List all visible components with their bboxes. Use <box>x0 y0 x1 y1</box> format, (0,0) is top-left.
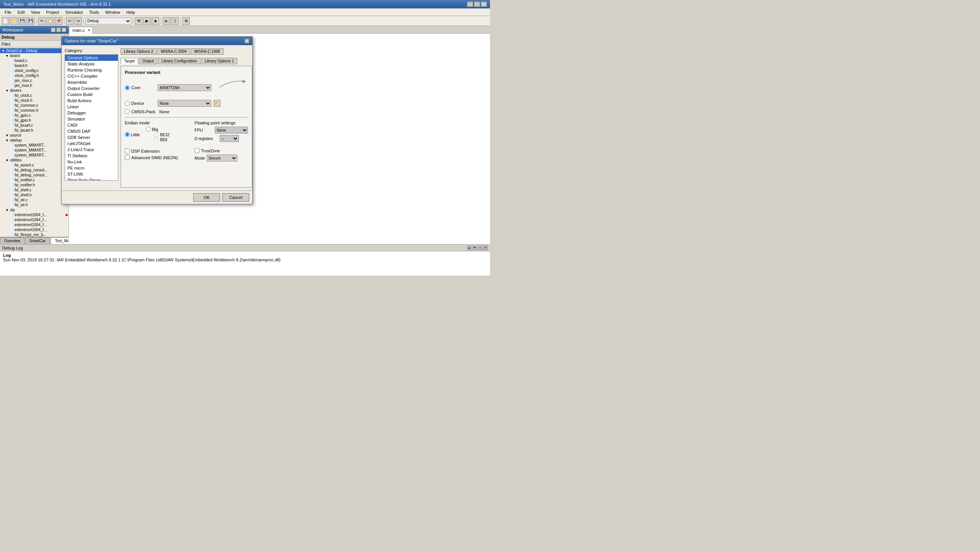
cat-item-4[interactable]: Assembler <box>65 79 118 85</box>
cat-item-18[interactable]: PE micro <box>65 165 118 171</box>
tz-row: TrustZone <box>194 148 248 153</box>
dregs-combo[interactable]: -- <box>220 135 239 142</box>
cat-item-16[interactable]: TI Stellaris <box>65 153 118 159</box>
cat-item-15[interactable]: J-Link/J-Trace <box>65 147 118 153</box>
endian-sub-options: BE32 BE8 <box>154 132 169 142</box>
tz-mode-combo[interactable]: Secure <box>207 155 237 161</box>
category-panel: Category: General OptionsStatic Analysis… <box>65 48 118 187</box>
dialog-footer: OK Cancel <box>62 191 252 204</box>
little-endian-label[interactable]: Little <box>125 127 140 142</box>
cat-item-2[interactable]: Runtime Checking <box>65 67 118 73</box>
big-endian-radio[interactable] <box>146 127 151 132</box>
dialog-body: Category: General OptionsStatic Analysis… <box>62 45 252 191</box>
category-label: Category: <box>65 48 118 53</box>
be32-label[interactable]: BE32 <box>154 132 169 137</box>
cmsis-radio-label[interactable]: CMSIS-Pack <box>125 109 155 114</box>
be8-radio[interactable] <box>154 137 158 142</box>
cat-item-13[interactable]: GDB Server <box>65 134 118 140</box>
spacer <box>125 145 191 148</box>
annotation-area <box>217 78 248 98</box>
cat-item-8[interactable]: Linker <box>65 104 118 110</box>
cat-item-20[interactable]: Third-Party Driver <box>65 177 118 181</box>
category-list: General OptionsStatic AnalysisRuntime Ch… <box>65 54 118 181</box>
tz-section: TrustZone Mode Secure <box>194 148 248 161</box>
fp-label: Floating point settings <box>194 121 248 125</box>
core-radio-label[interactable]: Core <box>125 85 155 90</box>
cat-item-3[interactable]: C/C++ Compiler <box>65 73 118 79</box>
device-combo[interactable]: None <box>158 100 211 107</box>
device-browse-btn[interactable]: 📂 <box>214 100 220 107</box>
dsp-row: DSP Extension <box>125 148 191 153</box>
cancel-button[interactable]: Cancel <box>222 193 249 202</box>
tz-mode-row: Mode Secure <box>194 155 248 161</box>
dialog-close-btn[interactable]: ✕ <box>245 39 249 43</box>
cat-item-6[interactable]: Custom Build <box>65 91 118 98</box>
col-right: Floating point settings FPU None D regis… <box>194 121 248 161</box>
simd-row: Advanced SIMD (NEON) <box>125 155 191 160</box>
endian-label: Endian mode <box>125 121 191 125</box>
core-row: Core ARM7TDMI <box>125 78 248 98</box>
tab-target[interactable]: Target <box>121 58 138 64</box>
tab-misra-c-2004[interactable]: MISRA-C:2004 <box>157 48 190 55</box>
cmsis-pack-row: CMSIS-Pack None <box>125 109 248 114</box>
big-endian-group: Big BE32 <box>146 127 169 142</box>
cmsis-radio[interactable] <box>125 109 130 114</box>
little-endian-radio[interactable] <box>125 132 130 137</box>
cat-item-10[interactable]: Simulator <box>65 116 118 122</box>
be8-label[interactable]: BE8 <box>154 137 169 142</box>
dregs-row: D registers -- <box>194 135 248 142</box>
cat-item-9[interactable]: Debugger <box>65 110 118 116</box>
processor-variant-label: Processor variant <box>125 70 248 75</box>
tab-output[interactable]: Output <box>139 58 157 64</box>
tab-library-options-1[interactable]: Library Options 1 <box>201 58 237 64</box>
endian-options: Little Big <box>125 127 191 142</box>
core-radio[interactable] <box>125 85 130 90</box>
cmsis-value: None <box>159 109 169 114</box>
be32-radio[interactable] <box>154 132 158 137</box>
cat-item-7[interactable]: Build Actions <box>65 98 118 104</box>
cat-item-5[interactable]: Output Converter <box>65 85 118 91</box>
endian-section: Endian mode Little <box>125 121 191 142</box>
annotation-arrow <box>217 78 248 97</box>
device-row: Device None 📂 <box>125 100 248 107</box>
dsp-checkbox[interactable] <box>125 148 130 153</box>
right-panel: Library Options 2 MISRA-C:2004 MISRA-C:1… <box>121 48 252 187</box>
tab-misra-c-1998[interactable]: MISRA-C:1998 <box>191 48 223 55</box>
big-endian-label[interactable]: Big <box>146 127 169 132</box>
dialog-overlay: Options for node "SmartCar" ✕ Category: … <box>0 0 490 276</box>
fpu-combo[interactable]: None <box>215 127 248 134</box>
device-radio[interactable] <box>125 101 130 106</box>
two-col-section: Endian mode Little <box>125 121 248 161</box>
tab-library-options-2[interactable]: Library Options 2 <box>121 48 157 55</box>
cat-item-0[interactable]: General Options <box>65 55 118 61</box>
dialog-title-bar: Options for node "SmartCar" ✕ <box>62 37 252 45</box>
fpu-row: FPU None <box>194 127 248 134</box>
col-left: Endian mode Little <box>125 121 191 161</box>
fp-spacer <box>194 143 248 148</box>
cat-item-11[interactable]: CADI <box>65 122 118 128</box>
section-divider-1 <box>125 117 248 117</box>
simd-checkbox[interactable] <box>125 155 130 160</box>
core-combo[interactable]: ARM7TDMI <box>158 84 211 91</box>
cat-item-17[interactable]: Nu-Link <box>65 159 118 165</box>
options-dialog: Options for node "SmartCar" ✕ Category: … <box>61 36 253 204</box>
tz-checkbox[interactable] <box>194 148 199 153</box>
dialog-title-text: Options for node "SmartCar" <box>65 39 118 43</box>
options-tab-strip: Library Options 2 MISRA-C:2004 MISRA-C:1… <box>121 48 252 64</box>
cat-item-19[interactable]: ST-LINK <box>65 171 118 177</box>
fp-section: Floating point settings FPU None D regis… <box>194 121 248 142</box>
options-content: Processor variant Core ARM7TDMI <box>121 66 252 187</box>
cat-item-1[interactable]: Static Analysis <box>65 61 118 67</box>
cat-item-12[interactable]: CMSIS DAP <box>65 128 118 134</box>
cat-item-14[interactable]: I-jet/JTAGjet <box>65 140 118 147</box>
ok-button[interactable]: OK <box>193 193 220 202</box>
device-radio-label[interactable]: Device <box>125 101 155 106</box>
tab-library-config[interactable]: Library Configuration <box>158 58 201 64</box>
